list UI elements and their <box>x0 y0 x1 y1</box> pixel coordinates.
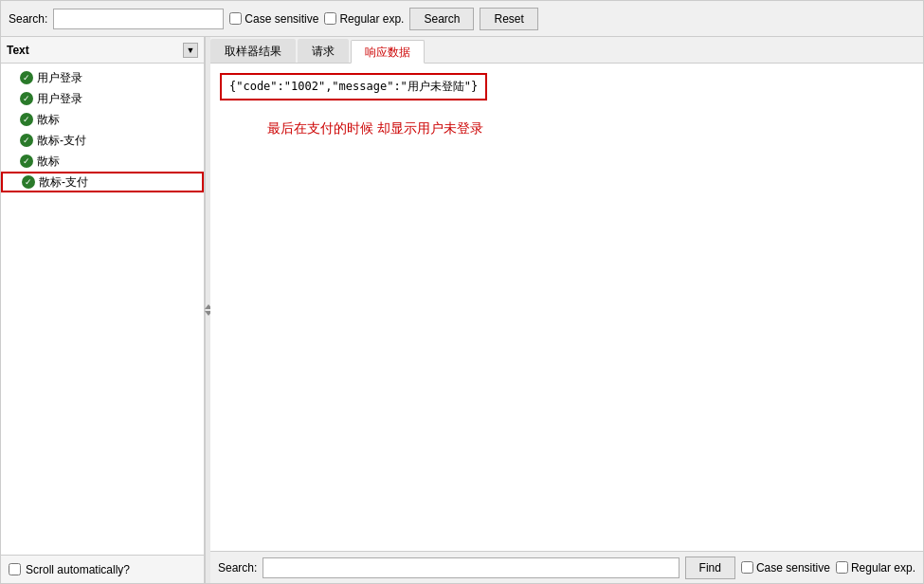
tab-sampler-result[interactable]: 取样器结果 <box>210 39 296 63</box>
item-label: 散标 <box>37 154 60 170</box>
search-label: Search: <box>9 12 47 26</box>
tab-request[interactable]: 请求 <box>298 39 349 63</box>
check-icon: ✓ <box>20 92 33 105</box>
main-container: Search: Case sensitive Regular exp. Sear… <box>0 0 924 584</box>
bottom-search-label: Search: <box>218 561 257 575</box>
reset-button[interactable]: Reset <box>480 8 537 30</box>
tree-item-selected[interactable]: ✓ 散标-支付 <box>1 172 204 192</box>
find-button[interactable]: Find <box>685 557 735 579</box>
item-label: 散标 <box>37 112 60 128</box>
item-label: 用户登录 <box>37 91 82 107</box>
check-icon: ✓ <box>22 175 35 189</box>
left-panel-bottom: Scroll automatically? <box>1 555 204 583</box>
tree-item[interactable]: ✓ 散标-支付 <box>1 130 204 151</box>
right-panel: 取样器结果 请求 响应数据 {"code":"1002","message":"… <box>210 37 923 583</box>
regular-exp-label: Regular exp. <box>339 12 404 26</box>
left-panel-header: Text ▼ <box>1 37 204 64</box>
top-search-bar: Search: Case sensitive Regular exp. Sear… <box>1 1 923 37</box>
tree-item[interactable]: ✓ 散标 <box>1 109 204 130</box>
search-button[interactable]: Search <box>409 8 474 30</box>
left-panel: Text ▼ ✓ 用户登录 ✓ 用户登录 ✓ 散标 <box>1 37 205 583</box>
item-label: 用户登录 <box>37 70 82 86</box>
annotation-text: 最后在支付的时候 却显示用户未登录 <box>267 120 483 137</box>
tree-item[interactable]: ✓ 用户登录 <box>1 67 204 88</box>
response-content: {"code":"1002","message":"用户未登陆"} 最后在支付的… <box>210 64 923 551</box>
tree-item[interactable]: ✓ 用户登录 <box>1 88 204 109</box>
case-sensitive-checkbox[interactable] <box>229 12 242 25</box>
top-search-input[interactable] <box>53 9 224 29</box>
item-label: 散标-支付 <box>39 174 88 191</box>
regular-exp-checkbox[interactable] <box>324 12 336 25</box>
scroll-auto-checkbox[interactable] <box>9 563 21 575</box>
check-icon: ✓ <box>20 71 33 84</box>
bottom-case-sensitive-checkbox[interactable] <box>741 561 753 574</box>
scroll-auto-label: Scroll automatically? <box>26 563 130 576</box>
tabs-bar: 取样器结果 请求 响应数据 <box>210 37 923 64</box>
dropdown-arrow[interactable]: ▼ <box>183 43 198 58</box>
bottom-regular-exp-label[interactable]: Regular exp. <box>836 561 915 575</box>
left-panel-title: Text <box>7 44 29 57</box>
check-icon: ✓ <box>20 134 33 147</box>
check-icon: ✓ <box>20 113 33 126</box>
tab-response-data[interactable]: 响应数据 <box>351 40 425 64</box>
bottom-case-sensitive-text: Case sensitive <box>756 561 830 575</box>
item-label: 散标-支付 <box>37 133 86 149</box>
tree-list: ✓ 用户登录 ✓ 用户登录 ✓ 散标 ✓ 散标-支付 <box>1 64 204 555</box>
bottom-regular-exp-checkbox[interactable] <box>836 561 848 574</box>
json-response-box: {"code":"1002","message":"用户未登陆"} <box>220 73 487 100</box>
bottom-search-input[interactable] <box>263 557 679 578</box>
check-icon: ✓ <box>20 155 33 168</box>
regular-exp-checkbox-label[interactable]: Regular exp. <box>324 12 404 26</box>
bottom-case-sensitive-label[interactable]: Case sensitive <box>741 561 830 575</box>
content-area: Text ▼ ✓ 用户登录 ✓ 用户登录 ✓ 散标 <box>1 37 923 583</box>
bottom-regular-exp-text: Regular exp. <box>851 561 915 575</box>
bottom-search-bar: Search: Find Case sensitive Regular exp. <box>210 551 923 583</box>
tree-item[interactable]: ✓ 散标 <box>1 151 204 172</box>
case-sensitive-checkbox-label[interactable]: Case sensitive <box>229 12 318 26</box>
case-sensitive-label: Case sensitive <box>245 12 318 26</box>
